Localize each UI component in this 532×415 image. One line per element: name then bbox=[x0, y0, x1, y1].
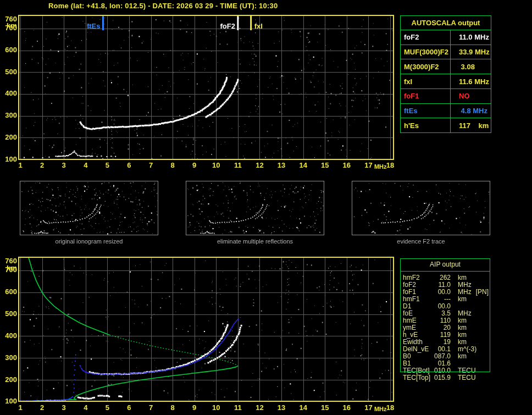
autoscala-row-value: 4.8 MHz bbox=[451, 104, 491, 118]
station-date-time-title: Rome (lat: +41.8, lon: 012.5) - DATE: 20… bbox=[48, 2, 278, 10]
aip-label: TEC[Bot] bbox=[403, 367, 433, 374]
aip-value: 119 bbox=[433, 331, 451, 339]
aip-unit: TECU bbox=[458, 374, 476, 381]
autoscala-row-value: NO bbox=[451, 89, 491, 103]
autoscala-row-label: h'Es bbox=[401, 118, 451, 132]
aip-value: 087.0 bbox=[433, 352, 451, 360]
thumbnail-caption-original: original ionogram resized bbox=[20, 238, 158, 245]
aip-label: foF1 bbox=[403, 288, 433, 296]
aip-unit: km bbox=[458, 331, 467, 339]
autoscala-output-table: AUTOSCALA output foF2 11.0 MHz MUF(3000)… bbox=[400, 15, 491, 133]
autoscala-row: M(3000)F2 3.08 bbox=[401, 59, 491, 74]
aip-row: hmE110km bbox=[403, 317, 490, 324]
autoscala-row-value: 11.0 MHz bbox=[451, 30, 491, 45]
autoscala-row-label: M(3000)F2 bbox=[401, 59, 451, 74]
autoscala-row: fxI 11.6 MHz bbox=[401, 74, 491, 89]
aip-value: --- bbox=[433, 295, 451, 303]
aip-label: foE bbox=[403, 309, 433, 317]
aip-unit: MHz bbox=[458, 309, 472, 317]
aip-label: hmF1 bbox=[403, 295, 433, 303]
autoscala-row: ftEs 4.8 MHz bbox=[401, 104, 491, 119]
aip-value: 010.0 bbox=[433, 367, 451, 374]
aip-label: DelN_vE bbox=[403, 345, 433, 353]
aip-label: B0 bbox=[403, 352, 433, 360]
autoscala-row: MUF(3000)F2 33.9 MHz bbox=[401, 45, 491, 60]
aip-label: TEC[Top] bbox=[403, 374, 433, 381]
aip-value: 015.9 bbox=[433, 374, 451, 381]
aip-unit: km bbox=[458, 274, 467, 281]
aip-label: ymE bbox=[403, 324, 433, 331]
autoscala-row-label: foF2 bbox=[401, 30, 451, 45]
aip-value: 20 bbox=[433, 324, 451, 331]
thumbnail-caption-f2trace: evidence F2 trace bbox=[352, 238, 490, 245]
aip-label: h_vE bbox=[403, 331, 433, 339]
aip-label: hmE bbox=[403, 317, 433, 324]
aip-value: 00.0 bbox=[433, 302, 451, 310]
aip-unit: km bbox=[458, 317, 467, 324]
autoscala-row-label: foF1 bbox=[401, 89, 451, 103]
aip-extra: [PN] bbox=[476, 288, 489, 296]
aip-row: TEC[Bot]010.0TECU bbox=[403, 367, 490, 374]
aip-output-table: AIP output hmF2262km foF211.0MHz foF100.… bbox=[400, 258, 490, 381]
autoscala-app-window: Rome (lat: +41.8, lon: 012.5) - DATE: 20… bbox=[0, 0, 532, 415]
aip-row: D100.0 bbox=[403, 302, 490, 309]
aip-row: Ewidth19km bbox=[403, 338, 490, 345]
autoscala-table-header: AUTOSCALA output bbox=[401, 16, 491, 30]
aip-value: 00.0 bbox=[433, 288, 451, 296]
aip-row: foE3.5MHz bbox=[403, 309, 490, 317]
aip-label: B1 bbox=[403, 359, 433, 367]
autoscala-row-label: ftEs bbox=[401, 104, 451, 118]
aip-value: 11.0 bbox=[433, 281, 451, 289]
aip-unit: MHz bbox=[458, 288, 472, 296]
autoscala-row-value: 33.9 MHz bbox=[451, 45, 491, 59]
aip-row: foF100.0MHz[PN] bbox=[403, 288, 490, 295]
aip-value: 3.5 bbox=[433, 309, 451, 317]
autoscala-row: foF1 NO bbox=[401, 89, 491, 104]
aip-value: 19 bbox=[433, 338, 451, 346]
autoscala-row-value: 11.6 MHz bbox=[451, 74, 491, 88]
thumbnail-caption-reflections: eliminate multiple reflections bbox=[186, 238, 324, 245]
autoscala-row: h'Es 117 km bbox=[401, 118, 491, 132]
autoscala-row: foF2 11.0 MHz bbox=[401, 30, 491, 45]
aip-row: ymE20km bbox=[403, 324, 490, 331]
autoscala-row-label: MUF(3000)F2 bbox=[401, 45, 451, 59]
aip-label: foF2 bbox=[403, 281, 433, 289]
aip-value: 00.1 bbox=[433, 345, 451, 353]
aip-value: 262 bbox=[433, 274, 451, 281]
aip-unit: km bbox=[458, 295, 467, 303]
aip-unit: km bbox=[458, 324, 467, 331]
aip-unit: km bbox=[458, 352, 467, 360]
aip-table-header: AIP output bbox=[400, 258, 490, 272]
aip-unit: m^(-3) bbox=[458, 345, 476, 353]
aip-value: 110 bbox=[433, 317, 451, 324]
aip-row: B0087.0km bbox=[403, 352, 490, 359]
aip-rows: hmF2262km foF211.0MHz foF100.0MHz[PN] hm… bbox=[400, 272, 490, 381]
aip-row: TEC[Top]015.9TECU bbox=[403, 374, 490, 381]
autoscala-row-label: fxI bbox=[401, 74, 451, 88]
aip-row: h_vE119km bbox=[403, 331, 490, 338]
aip-row: DelN_vE00.1m^(-3) bbox=[403, 345, 490, 352]
aip-label: Ewidth bbox=[403, 338, 433, 346]
aip-unit: km bbox=[458, 338, 467, 346]
aip-unit: MHz bbox=[458, 281, 472, 289]
aip-row: foF211.0MHz bbox=[403, 281, 490, 288]
aip-label: D1 bbox=[403, 302, 433, 310]
autoscala-row-value: 117 km bbox=[451, 118, 491, 132]
aip-value: 01.6 bbox=[433, 359, 451, 367]
aip-label: hmF2 bbox=[403, 274, 433, 281]
aip-row: hmF2262km bbox=[403, 274, 490, 281]
aip-unit: TECU bbox=[458, 367, 476, 374]
aip-row: hmF1---km bbox=[403, 295, 490, 302]
autoscala-row-value: 3.08 bbox=[451, 59, 491, 74]
aip-row: B101.6 bbox=[403, 359, 490, 367]
